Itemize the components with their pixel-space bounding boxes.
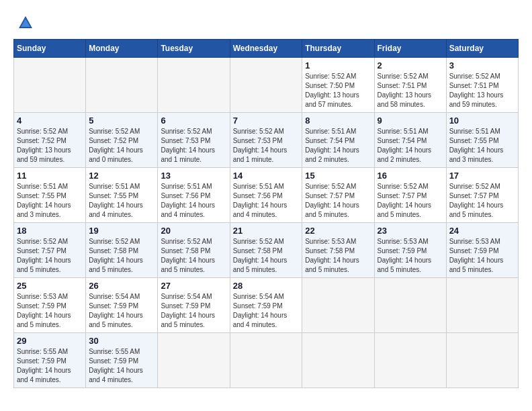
calendar-cell: 10Sunrise: 5:51 AMSunset: 7:55 PMDayligh…: [446, 113, 518, 168]
day-info: Sunrise: 5:53 AMSunset: 7:59 PMDaylight:…: [17, 292, 83, 330]
calendar-cell: 23Sunrise: 5:53 AMSunset: 7:59 PMDayligh…: [374, 223, 446, 278]
calendar-cell: 24Sunrise: 5:53 AMSunset: 7:59 PMDayligh…: [446, 223, 518, 278]
calendar-cell: 7Sunrise: 5:52 AMSunset: 7:53 PMDaylight…: [230, 113, 302, 168]
calendar-cell: [446, 333, 518, 388]
day-info: Sunrise: 5:51 AMSunset: 7:55 PMDaylight:…: [89, 182, 154, 220]
calendar-cell: 25Sunrise: 5:53 AMSunset: 7:59 PMDayligh…: [14, 278, 86, 333]
calendar-cell: 8Sunrise: 5:51 AMSunset: 7:54 PMDaylight…: [302, 113, 374, 168]
calendar-cell: [446, 278, 518, 333]
day-number: 21: [233, 226, 300, 236]
calendar-cell: 22Sunrise: 5:53 AMSunset: 7:58 PMDayligh…: [302, 223, 374, 278]
day-number: 23: [378, 226, 443, 236]
day-info: Sunrise: 5:55 AMSunset: 7:59 PMDaylight:…: [17, 347, 83, 385]
day-number: 19: [89, 226, 154, 236]
calendar-header-monday: Monday: [86, 40, 158, 58]
calendar-cell: 29Sunrise: 5:55 AMSunset: 7:59 PMDayligh…: [14, 333, 86, 388]
day-number: 8: [305, 116, 371, 126]
day-number: 14: [233, 171, 300, 181]
day-info: Sunrise: 5:53 AMSunset: 7:59 PMDaylight:…: [378, 237, 443, 275]
day-info: Sunrise: 5:52 AMSunset: 7:57 PMDaylight:…: [378, 182, 443, 220]
day-info: Sunrise: 5:52 AMSunset: 7:51 PMDaylight:…: [449, 72, 515, 109]
calendar-table: SundayMondayTuesdayWednesdayThursdayFrid…: [13, 39, 519, 388]
calendar-cell: [158, 333, 230, 388]
day-info: Sunrise: 5:53 AMSunset: 7:58 PMDaylight:…: [305, 237, 371, 275]
day-number: 18: [17, 226, 83, 236]
day-number: 28: [233, 281, 300, 291]
day-info: Sunrise: 5:52 AMSunset: 7:51 PMDaylight:…: [378, 72, 443, 109]
day-info: Sunrise: 5:52 AMSunset: 7:53 PMDaylight:…: [233, 127, 300, 165]
calendar-cell: [374, 278, 446, 333]
day-number: 27: [161, 281, 226, 291]
day-info: Sunrise: 5:54 AMSunset: 7:59 PMDaylight:…: [233, 292, 300, 330]
day-number: 12: [89, 171, 154, 181]
calendar-cell: 28Sunrise: 5:54 AMSunset: 7:59 PMDayligh…: [230, 278, 302, 333]
calendar-header-wednesday: Wednesday: [230, 40, 302, 58]
day-info: Sunrise: 5:54 AMSunset: 7:59 PMDaylight:…: [161, 292, 226, 330]
day-number: 9: [378, 116, 443, 126]
day-number: 2: [378, 60, 443, 71]
day-info: Sunrise: 5:51 AMSunset: 7:55 PMDaylight:…: [449, 127, 515, 165]
calendar-cell: 14Sunrise: 5:51 AMSunset: 7:56 PMDayligh…: [230, 168, 302, 223]
calendar-header-thursday: Thursday: [302, 40, 374, 58]
calendar-cell: [230, 58, 302, 113]
day-number: 1: [305, 60, 371, 71]
day-number: 20: [161, 226, 226, 236]
calendar-cell: [86, 58, 158, 113]
calendar-cell: [302, 278, 374, 333]
calendar-cell: 27Sunrise: 5:54 AMSunset: 7:59 PMDayligh…: [158, 278, 230, 333]
calendar-cell: 13Sunrise: 5:51 AMSunset: 7:56 PMDayligh…: [158, 168, 230, 223]
calendar-cell: 30Sunrise: 5:55 AMSunset: 7:59 PMDayligh…: [86, 333, 158, 388]
day-number: 30: [89, 336, 154, 346]
calendar-cell: [374, 333, 446, 388]
day-number: 25: [17, 281, 83, 291]
day-info: Sunrise: 5:51 AMSunset: 7:55 PMDaylight:…: [17, 182, 83, 220]
calendar-cell: 3Sunrise: 5:52 AMSunset: 7:51 PMDaylight…: [446, 58, 518, 113]
calendar-header-friday: Friday: [374, 40, 446, 58]
day-number: 29: [17, 336, 83, 346]
calendar-cell: 20Sunrise: 5:52 AMSunset: 7:58 PMDayligh…: [158, 223, 230, 278]
logo-icon: [16, 13, 35, 32]
day-number: 26: [89, 281, 154, 291]
calendar-cell: 15Sunrise: 5:52 AMSunset: 7:57 PMDayligh…: [302, 168, 374, 223]
day-info: Sunrise: 5:51 AMSunset: 7:54 PMDaylight:…: [305, 127, 371, 165]
calendar-cell: [14, 58, 86, 113]
calendar-header-saturday: Saturday: [446, 40, 518, 58]
day-number: 3: [449, 60, 515, 71]
day-info: Sunrise: 5:55 AMSunset: 7:59 PMDaylight:…: [89, 347, 154, 385]
calendar-header-sunday: Sunday: [14, 40, 86, 58]
calendar-cell: 11Sunrise: 5:51 AMSunset: 7:55 PMDayligh…: [14, 168, 86, 223]
day-number: 22: [305, 226, 371, 236]
day-info: Sunrise: 5:52 AMSunset: 7:58 PMDaylight:…: [89, 237, 154, 275]
calendar-cell: [230, 333, 302, 388]
day-number: 4: [17, 116, 83, 126]
calendar-cell: 12Sunrise: 5:51 AMSunset: 7:55 PMDayligh…: [86, 168, 158, 223]
page-header: [13, 13, 519, 32]
day-number: 17: [449, 171, 515, 181]
day-info: Sunrise: 5:52 AMSunset: 7:58 PMDaylight:…: [233, 237, 300, 275]
day-info: Sunrise: 5:52 AMSunset: 7:57 PMDaylight:…: [305, 182, 371, 220]
day-info: Sunrise: 5:52 AMSunset: 7:58 PMDaylight:…: [161, 237, 226, 275]
calendar-header-tuesday: Tuesday: [158, 40, 230, 58]
day-info: Sunrise: 5:52 AMSunset: 7:52 PMDaylight:…: [89, 127, 154, 165]
day-info: Sunrise: 5:53 AMSunset: 7:59 PMDaylight:…: [449, 237, 515, 275]
calendar-cell: 5Sunrise: 5:52 AMSunset: 7:52 PMDaylight…: [86, 113, 158, 168]
calendar-cell: 18Sunrise: 5:52 AMSunset: 7:57 PMDayligh…: [14, 223, 86, 278]
calendar-cell: 16Sunrise: 5:52 AMSunset: 7:57 PMDayligh…: [374, 168, 446, 223]
day-info: Sunrise: 5:51 AMSunset: 7:54 PMDaylight:…: [378, 127, 443, 165]
day-number: 15: [305, 171, 371, 181]
day-number: 24: [449, 226, 515, 236]
day-number: 10: [449, 116, 515, 126]
day-info: Sunrise: 5:51 AMSunset: 7:56 PMDaylight:…: [161, 182, 226, 220]
calendar-cell: 2Sunrise: 5:52 AMSunset: 7:51 PMDaylight…: [374, 58, 446, 113]
calendar-cell: [302, 333, 374, 388]
day-number: 6: [161, 116, 226, 126]
calendar-cell: [158, 58, 230, 113]
calendar-cell: 1Sunrise: 5:52 AMSunset: 7:50 PMDaylight…: [302, 58, 374, 113]
day-number: 16: [378, 171, 443, 181]
day-info: Sunrise: 5:52 AMSunset: 7:52 PMDaylight:…: [17, 127, 83, 165]
day-info: Sunrise: 5:52 AMSunset: 7:57 PMDaylight:…: [17, 237, 83, 275]
calendar-cell: 26Sunrise: 5:54 AMSunset: 7:59 PMDayligh…: [86, 278, 158, 333]
day-number: 13: [161, 171, 226, 181]
day-number: 7: [233, 116, 300, 126]
day-info: Sunrise: 5:52 AMSunset: 7:50 PMDaylight:…: [305, 72, 371, 109]
